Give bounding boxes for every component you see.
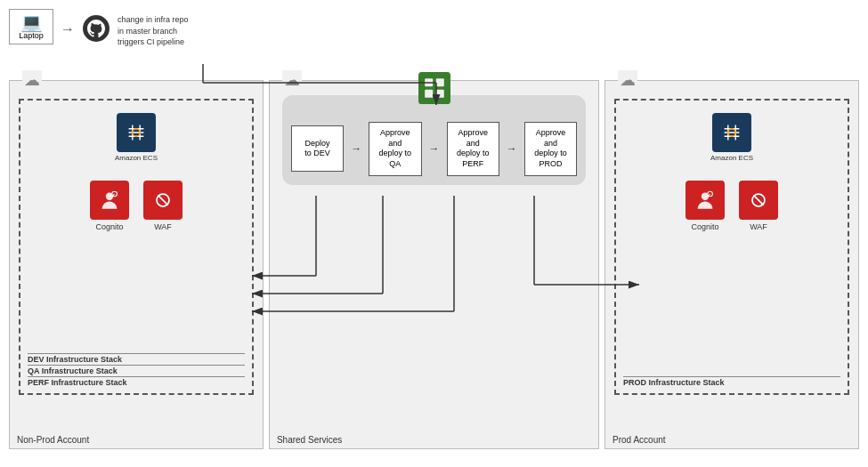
cognito-label-prod: Cognito	[692, 222, 719, 231]
service-icons-nonprod: Cognito WAF	[90, 181, 183, 231]
arrow-3: →	[507, 142, 517, 155]
step-approve-prod: Approve anddeploy toPROD	[524, 122, 577, 176]
cloud-icon-nonprod: ☁	[22, 70, 42, 90]
cognito-icon-nonprod	[90, 181, 129, 220]
prod-stack-label: PROD Infrastructure Stack	[623, 376, 840, 388]
laptop-label: Laptop	[19, 31, 44, 40]
cognito-label-nonprod: Cognito	[95, 222, 123, 231]
waf-label-prod: WAF	[750, 222, 767, 231]
ecs-group-prod: Amazon ECS	[710, 113, 753, 162]
shared-account-label: Shared Services	[277, 435, 342, 445]
laptop-box: 💻 Laptop	[9, 9, 53, 44]
github-icon	[82, 14, 110, 49]
step-approve-qa: Approve anddeploy to QA	[369, 122, 421, 176]
svg-rect-10	[418, 72, 450, 104]
service-icons-prod: Cognito WAF	[685, 181, 778, 231]
trigger-text: change in infra repoin master branchtrig…	[118, 14, 198, 48]
ecs-icon-nonprod	[117, 113, 156, 152]
pipeline-area: Deployto DEV → Approve anddeploy to QA →…	[282, 95, 586, 185]
accounts-container: ☁ Amazon ECS	[9, 80, 859, 449]
arrow-2: →	[429, 142, 440, 155]
arrow-right: →	[61, 21, 75, 37]
svg-rect-11	[425, 78, 433, 86]
cognito-icon-prod	[685, 181, 725, 220]
cognito-group-prod: Cognito	[685, 181, 725, 231]
waf-icon-nonprod	[143, 181, 183, 220]
stack-labels-nonprod: DEV Infrastructure Stack QA Infrastructu…	[28, 353, 245, 388]
waf-icon-prod	[739, 181, 778, 220]
svg-rect-14	[435, 90, 443, 98]
svg-rect-12	[435, 78, 443, 86]
laptop-icon: 💻	[20, 13, 43, 31]
svg-rect-13	[425, 90, 433, 98]
arrow-1: →	[351, 142, 361, 155]
dev-stack-label: DEV Infrastructure Stack	[28, 353, 245, 365]
waf-group-prod: WAF	[739, 181, 778, 231]
non-prod-inner: Amazon ECS Cognito	[19, 99, 254, 395]
waf-label-nonprod: WAF	[154, 222, 172, 231]
ecs-label-nonprod: Amazon ECS	[115, 154, 158, 162]
top-area: 💻 Laptop → change in infra repoin master…	[9, 9, 198, 49]
ecs-label-prod: Amazon ECS	[710, 154, 753, 162]
prod-account-label: Prod Account	[612, 435, 665, 445]
ecs-group-nonprod: Amazon ECS	[115, 113, 158, 162]
stack-labels-prod: PROD Infrastructure Stack	[623, 376, 840, 388]
prod-inner: Amazon ECS Cognito	[614, 99, 849, 395]
ecs-icon-prod	[712, 113, 751, 152]
non-prod-panel: ☁ Amazon ECS	[9, 80, 264, 449]
perf-stack-label: PERF Infrastructure Stack	[28, 376, 245, 388]
pipeline-steps: Deployto DEV → Approve anddeploy to QA →…	[291, 122, 577, 176]
waf-group-nonprod: WAF	[143, 181, 183, 231]
svg-point-0	[83, 15, 110, 42]
qa-stack-label: QA Infrastructure Stack	[28, 365, 245, 376]
cloud-icon-shared: ☁	[282, 70, 302, 90]
step-deploy-dev: Deployto DEV	[291, 125, 344, 172]
shared-panel: ☁ Deployto DEV → Approve anddeploy to QA…	[269, 80, 599, 449]
codepipeline-icon	[418, 72, 450, 106]
prod-panel: ☁ Amazon ECS	[604, 80, 859, 449]
cloud-icon-prod: ☁	[618, 70, 637, 90]
non-prod-account-label: Non-Prod Account	[17, 435, 89, 445]
step-approve-perf: Approve anddeploy toPERF	[447, 122, 499, 176]
cognito-group-nonprod: Cognito	[90, 181, 129, 231]
